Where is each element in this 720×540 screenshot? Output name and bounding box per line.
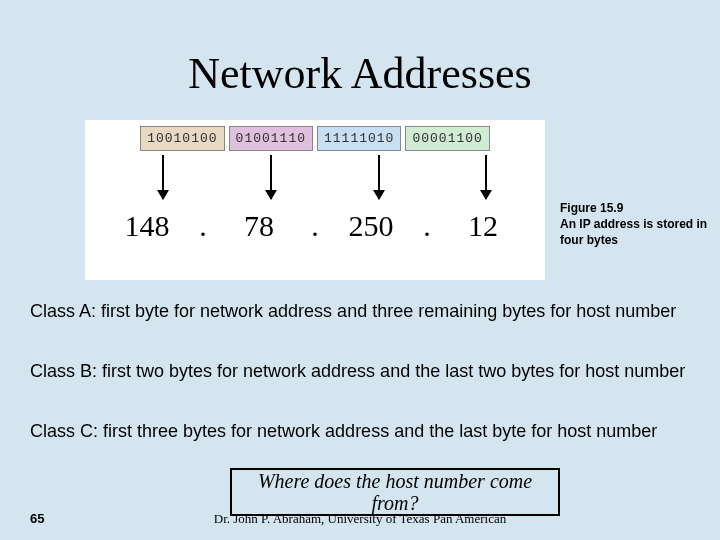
byte-1-binary: 01001110 [229, 126, 313, 151]
question-text: Where does the host number come from? [236, 470, 554, 514]
class-a-text: Class A: first byte for network address … [30, 300, 690, 323]
slide: Network Addresses 10010100 01001110 1111… [0, 0, 720, 540]
dot-separator: . [197, 209, 209, 243]
dot-separator: . [309, 209, 321, 243]
arrow-icon [378, 155, 380, 199]
caption-figure-number: Figure 15.9 [560, 200, 710, 216]
class-b-text: Class B: first two bytes for network add… [30, 360, 690, 383]
class-c-text: Class C: first three bytes for network a… [30, 420, 690, 443]
page-title: Network Addresses [0, 0, 720, 99]
byte-3-binary: 00001100 [405, 126, 489, 151]
arrow-row [85, 151, 545, 211]
byte-0-decimal: 148 [97, 209, 197, 243]
byte-3-decimal: 12 [433, 209, 533, 243]
arrow-icon [162, 155, 164, 199]
byte-2-binary: 11111010 [317, 126, 401, 151]
byte-2-decimal: 250 [321, 209, 421, 243]
arrow-icon [270, 155, 272, 199]
dot-separator: . [421, 209, 433, 243]
question-callout: Where does the host number come from? [230, 468, 560, 516]
ip-bytes-figure: 10010100 01001110 11111010 00001100 148 … [85, 120, 545, 280]
footer-author: Dr. John P. Abraham, University of Texas… [0, 511, 720, 527]
caption-text: An IP address is stored in four bytes [560, 216, 710, 248]
page-number: 65 [30, 511, 44, 526]
binary-bytes-row: 10010100 01001110 11111010 00001100 [85, 120, 545, 151]
figure-caption: Figure 15.9 An IP address is stored in f… [560, 200, 710, 249]
arrow-icon [485, 155, 487, 199]
decimal-bytes-row: 148 . 78 . 250 . 12 [85, 209, 545, 243]
byte-0-binary: 10010100 [140, 126, 224, 151]
byte-1-decimal: 78 [209, 209, 309, 243]
